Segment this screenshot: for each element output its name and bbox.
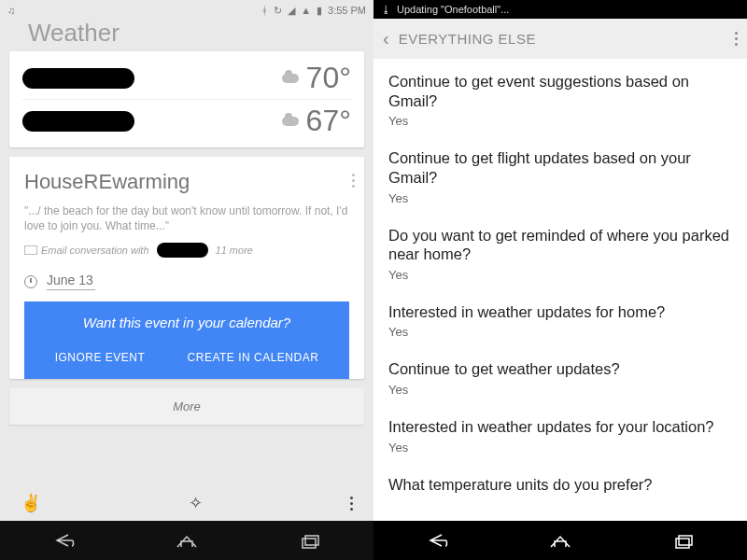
event-card: HouseREwarming ".../ the beach for the d… [9, 157, 364, 379]
page-title: Weather [0, 19, 374, 51]
redacted-location [22, 68, 134, 89]
settings-header: ‹ EVERYTHING ELSE [374, 19, 747, 59]
nav-bar [374, 521, 747, 560]
settings-item[interactable]: Continue to get event suggestions based … [374, 63, 747, 139]
home-nav-icon[interactable] [547, 532, 573, 549]
setting-value: Yes [388, 114, 732, 128]
weather-row-1[interactable]: 70° [22, 57, 351, 99]
nav-bar [0, 521, 374, 560]
status-time: 3:55 PM [328, 5, 366, 16]
more-button[interactable]: More [9, 388, 364, 425]
ignore-event-button[interactable]: IGNORE EVENT [51, 345, 149, 370]
recent-nav-icon[interactable] [298, 532, 324, 549]
settings-item[interactable]: Interested in weather updates for your l… [374, 408, 747, 466]
setting-question: Interested in weather updates for your l… [388, 417, 732, 437]
calendar-prompt-text: Want this event in your calendar? [34, 315, 340, 330]
event-date[interactable]: June 13 [47, 273, 95, 290]
sync-icon: ↻ [274, 5, 282, 17]
setting-value: Yes [388, 383, 732, 397]
overflow-menu-button[interactable] [735, 32, 738, 46]
download-icon: ⭳ [381, 4, 391, 15]
create-in-calendar-button[interactable]: CREATE IN CALENDAR [184, 345, 323, 370]
redacted-name [157, 243, 208, 258]
event-date-row[interactable]: June 13 [24, 269, 349, 301]
event-snippet: ".../ the beach for the day but won't kn… [24, 203, 349, 233]
status-text: Updating "Onefootball"... [397, 4, 509, 15]
weather-card[interactable]: 70° 67° [9, 51, 364, 147]
setting-question: Do you want to get reminded of where you… [388, 226, 732, 264]
status-bar-left: ♫ ᚼ ↻ ◢ ▲ ▮ 3:55 PM [0, 0, 374, 21]
svg-rect-3 [676, 539, 689, 548]
setting-question: Continue to get event suggestions based … [388, 72, 732, 110]
clock-icon [24, 275, 37, 288]
reminder-icon[interactable]: ✌ [21, 493, 41, 513]
temperature-value: 67° [306, 104, 351, 138]
weather-row-2[interactable]: 67° [22, 99, 351, 142]
setting-question: Continue to get flight updates based on … [388, 148, 732, 187]
setting-question: Interested in weather updates for home? [388, 302, 732, 322]
headphone-icon: ♫ [7, 5, 15, 16]
settings-list[interactable]: Continue to get event suggestions based … [374, 59, 747, 521]
magic-wand-icon[interactable]: ✧ [189, 493, 203, 513]
status-bar-right: ⭳ Updating "Onefootball"... [374, 0, 747, 19]
settings-item[interactable]: What temperature units do you prefer? [374, 466, 747, 495]
settings-item[interactable]: Continue to get weather updates? Yes [374, 350, 747, 408]
setting-value: Yes [388, 441, 732, 455]
redacted-location [22, 111, 134, 132]
bottom-toolbar: ✌ ✧ [0, 485, 374, 521]
event-source[interactable]: Email conversation with 11 more [24, 243, 349, 258]
recent-nav-icon[interactable] [671, 532, 698, 549]
signal-icon: ▲ [301, 5, 311, 16]
svg-rect-0 [305, 536, 318, 545]
back-button[interactable]: ‹ [383, 28, 389, 49]
svg-rect-2 [679, 536, 692, 545]
calendar-prompt: Want this event in your calendar? IGNORE… [24, 301, 349, 379]
overflow-menu-button[interactable] [350, 497, 353, 511]
wifi-icon: ◢ [288, 5, 295, 17]
setting-value: Yes [388, 191, 732, 205]
battery-icon: ▮ [317, 5, 322, 17]
cloud-icon [282, 74, 299, 83]
mail-icon [24, 245, 37, 255]
setting-value: Yes [388, 325, 732, 339]
meta-prefix: Email conversation with [41, 245, 149, 256]
settings-item[interactable]: Do you want to get reminded of where you… [374, 217, 747, 293]
cloud-icon [282, 117, 299, 126]
setting-question: Continue to get weather updates? [388, 359, 732, 379]
back-nav-icon[interactable] [423, 532, 449, 549]
meta-suffix: 11 more [216, 245, 253, 256]
settings-item[interactable]: Continue to get flight updates based on … [374, 139, 747, 216]
event-title: HouseREwarming [24, 170, 349, 194]
card-menu-button[interactable] [352, 170, 355, 188]
google-now-settings-screen: ⭳ Updating "Onefootball"... ‹ EVERYTHING… [374, 0, 747, 560]
setting-value: Yes [388, 268, 732, 282]
setting-question: What temperature units do you prefer? [388, 475, 732, 495]
back-nav-icon[interactable] [49, 532, 76, 549]
bluetooth-icon: ᚼ [261, 5, 268, 16]
home-nav-icon[interactable] [174, 532, 200, 549]
google-now-screen: ♫ ᚼ ↻ ◢ ▲ ▮ 3:55 PM Weather 70° 67° [0, 0, 374, 560]
settings-title: EVERYTHING ELSE [399, 31, 726, 47]
temperature-value: 70° [306, 61, 351, 95]
settings-item[interactable]: Interested in weather updates for home? … [374, 293, 747, 351]
svg-rect-1 [303, 539, 316, 548]
